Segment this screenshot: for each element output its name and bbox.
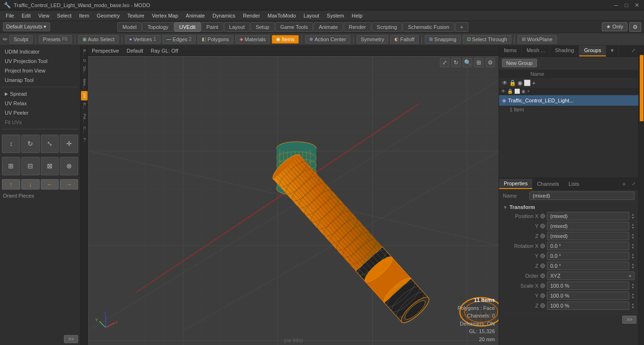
- polygons-button[interactable]: ◧ Polygons: [197, 35, 233, 44]
- side-tab-uv[interactable]: UV: [81, 91, 88, 100]
- tab-add[interactable]: +: [455, 22, 468, 32]
- props-add-button[interactable]: +: [619, 178, 629, 190]
- eye-icon[interactable]: 👁: [502, 80, 508, 86]
- scale-z-toggle[interactable]: [540, 303, 545, 308]
- workplane-button[interactable]: ⊞ WorkPlane: [518, 35, 557, 44]
- right-top-expand[interactable]: ⤢: [628, 45, 638, 56]
- rot-x-toggle[interactable]: [540, 244, 545, 248]
- side-tab-pol[interactable]: Pol...: [81, 112, 88, 124]
- materials-button[interactable]: ◈ Materials: [235, 35, 270, 44]
- unwrap-tool[interactable]: Unwrap Tool: [2, 76, 78, 84]
- tab-uvedit[interactable]: UVEdit: [174, 22, 201, 32]
- action-center-button[interactable]: ⊕ Action Center: [305, 35, 350, 44]
- menu-geometry[interactable]: Geometry: [93, 12, 123, 19]
- menu-animate[interactable]: Animate: [182, 12, 208, 19]
- pos-y-arrows[interactable]: ▲ ▼: [631, 223, 635, 229]
- plus-icon[interactable]: +: [527, 89, 530, 94]
- group-item-row[interactable]: ◈ Traffic_Control_LED_Light...: [499, 95, 638, 106]
- uv-projection-tool[interactable]: UV Projection Tool: [2, 57, 78, 65]
- side-tab-f[interactable]: F:: [81, 136, 88, 143]
- spread-item[interactable]: ▶ Spread: [2, 90, 78, 98]
- lock-icon[interactable]: 🔒: [509, 80, 516, 86]
- move-icon[interactable]: ↕: [2, 135, 20, 153]
- transform-arrow[interactable]: ▼: [503, 205, 508, 210]
- scale-y-arrows[interactable]: ▲ ▼: [631, 292, 635, 299]
- menu-maxtomod[interactable]: MaxToModo: [264, 12, 300, 19]
- scale-x-arrows[interactable]: ▲ ▼: [631, 282, 635, 289]
- tab-model[interactable]: Model: [117, 22, 142, 32]
- wire-icon-2[interactable]: ⬜: [514, 89, 520, 94]
- menu-file[interactable]: File: [2, 12, 18, 19]
- pos-x-value[interactable]: (mixed): [547, 212, 629, 220]
- close-button[interactable]: ✕: [634, 2, 640, 9]
- side-tab-e[interactable]: E:...: [81, 101, 88, 111]
- rot-z-value[interactable]: 0.0 °: [547, 262, 629, 270]
- transform-icon[interactable]: ✛: [60, 135, 78, 153]
- props-more-button[interactable]: >>: [622, 316, 636, 324]
- uv-map-icon[interactable]: ⊗: [60, 157, 78, 175]
- side-tab-c[interactable]: C:...: [81, 125, 88, 136]
- tab-paint[interactable]: Paint: [201, 22, 224, 32]
- menu-select[interactable]: Select: [53, 12, 75, 19]
- side-tab-b[interactable]: B...: [81, 47, 88, 57]
- pos-z-toggle[interactable]: [540, 234, 545, 238]
- side-tab-d[interactable]: D: [81, 57, 88, 64]
- presets-button[interactable]: Presets F6: [39, 35, 72, 44]
- render-icon-2[interactable]: ◉: [521, 89, 526, 94]
- layout-dropdown[interactable]: Default Layouts ▾: [3, 22, 50, 31]
- order-value[interactable]: XYZ ▾: [547, 272, 635, 280]
- scale-y-toggle[interactable]: [540, 293, 545, 298]
- arrow-left-btn[interactable]: ←: [41, 179, 59, 190]
- wire-icon[interactable]: ⬜: [524, 80, 531, 86]
- viewport[interactable]: Perspective Default Ray GL: Off ⤢ ↻ 🔍 ⊞ …: [88, 45, 499, 345]
- rot-y-toggle[interactable]: [540, 254, 545, 258]
- menu-help[interactable]: Help: [348, 12, 367, 19]
- project-from-view[interactable]: Project from View: [2, 66, 78, 75]
- right-tab-items[interactable]: Items: [499, 45, 522, 56]
- symmetry-button[interactable]: Symmetry: [357, 35, 389, 44]
- pos-x-toggle[interactable]: [540, 214, 545, 218]
- pos-x-arrows[interactable]: ▲ ▼: [631, 213, 635, 219]
- menu-layout[interactable]: Layout: [300, 12, 323, 19]
- pos-y-value[interactable]: (mixed): [547, 222, 629, 230]
- uv-layout-icon[interactable]: ⊠: [41, 157, 59, 175]
- vp-settings-btn[interactable]: ⊞: [474, 58, 483, 67]
- star-only-button[interactable]: ★ Only: [602, 22, 627, 31]
- rot-z-arrows[interactable]: ▲ ▼: [631, 263, 635, 269]
- vp-default[interactable]: Default: [126, 48, 143, 54]
- rot-x-arrows[interactable]: ▲ ▼: [631, 243, 635, 249]
- rot-x-value[interactable]: 0.0 °: [547, 242, 629, 250]
- right-tab-groups[interactable]: Groups: [579, 45, 606, 56]
- falloff-button[interactable]: ◐ Falloff: [390, 35, 419, 44]
- sculpt-button[interactable]: Sculpt: [9, 35, 33, 44]
- arrow-down-btn[interactable]: ↓: [21, 179, 40, 190]
- vp-refresh-btn[interactable]: ↻: [451, 58, 461, 67]
- scale-x-value[interactable]: 100.0 %: [547, 281, 629, 290]
- edges-button[interactable]: — Edges 2: [162, 35, 196, 44]
- vp-zoom-btn[interactable]: 🔍: [463, 58, 472, 67]
- name-input[interactable]: [529, 191, 635, 200]
- menu-render[interactable]: Render: [239, 12, 264, 19]
- maximize-button[interactable]: □: [623, 2, 630, 9]
- props-tab-properties[interactable]: Properties: [499, 179, 532, 189]
- pos-z-value[interactable]: (mixed): [547, 232, 629, 240]
- tab-animate[interactable]: Animate: [313, 22, 343, 32]
- vp-arrows-btn[interactable]: ⤢: [440, 58, 449, 67]
- checker-icon[interactable]: ⊟: [21, 157, 40, 175]
- lock-icon-2[interactable]: 🔒: [507, 89, 513, 94]
- menu-edit[interactable]: Edit: [18, 12, 35, 19]
- props-tab-lists[interactable]: Lists: [564, 179, 584, 189]
- scale-x-toggle[interactable]: [540, 283, 545, 288]
- arrow-up-btn[interactable]: ↑: [2, 179, 20, 190]
- right-tab-mesh[interactable]: Mesh ...: [522, 45, 550, 56]
- scale-icon[interactable]: ⤡: [41, 135, 59, 153]
- snapping-button[interactable]: ⊞ Snapping: [425, 35, 461, 44]
- menu-vertexmap[interactable]: Vertex Map: [148, 12, 182, 19]
- menu-item[interactable]: Item: [75, 12, 93, 19]
- tab-topology[interactable]: Topology: [142, 22, 173, 32]
- right-tab-shading[interactable]: Shading: [550, 45, 579, 56]
- viewport-canvas[interactable]: X Y Z: [88, 56, 499, 345]
- menu-system[interactable]: System: [323, 12, 348, 19]
- scale-z-arrows[interactable]: ▲ ▼: [631, 302, 635, 309]
- more-button[interactable]: >>: [64, 335, 78, 343]
